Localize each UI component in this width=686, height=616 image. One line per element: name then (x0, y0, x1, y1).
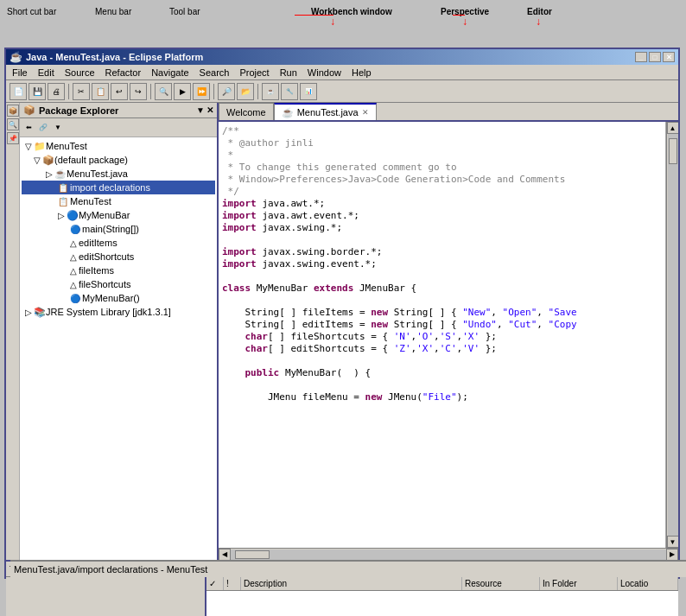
undo-button[interactable]: ↩ (111, 83, 128, 100)
scroll-right[interactable]: ▶ (666, 549, 678, 561)
debug-button[interactable]: 🔍 (155, 83, 172, 100)
tree-item-jre[interactable]: ▷ 📚 JRE System Library [jdk1.3.1] (22, 305, 215, 319)
scroll-down[interactable]: ▼ (667, 536, 679, 548)
perspective-btn-2[interactable]: 🔧 (281, 83, 298, 100)
collapse-all-btn[interactable]: ⬅ (22, 121, 35, 135)
horizontal-scrollbar[interactable]: ◀ ▶ (219, 548, 678, 560)
project-icon: 📁 (34, 141, 46, 152)
tree-item-default-package[interactable]: ▽ 📦 (default package) (22, 153, 215, 167)
main-label: main(String[]) (82, 224, 139, 234)
tab-welcome[interactable]: Welcome (219, 103, 274, 120)
code-editor[interactable]: /** * @author jinli * * To change this g… (219, 122, 666, 548)
editor-tab-bar: Welcome ☕ MenuTest.java ✕ (219, 103, 678, 122)
tree-item-mymenubar[interactable]: ▷ 🔵 MyMenuBar (22, 208, 215, 222)
shortcut-icon-2[interactable]: 🔍 (7, 118, 19, 130)
search-button[interactable]: 🔎 (218, 83, 235, 100)
perspective-btn-1[interactable]: ☕ (262, 83, 279, 100)
tab-close-btn[interactable]: ✕ (362, 108, 369, 117)
copy-button[interactable]: 📋 (92, 83, 109, 100)
menu-edit[interactable]: Edit (34, 67, 59, 79)
bottom-content: ✓ ! Description Resource In Folder Locat… (6, 577, 678, 616)
cut-button[interactable]: ✂ (73, 83, 90, 100)
tree-item-menutest-java[interactable]: ▷ ☕ MenuTest.java (22, 167, 215, 181)
toolbar-sep-4 (257, 84, 258, 99)
tree-item-main[interactable]: 🔵 main(String[]) (22, 222, 215, 236)
maximize-button[interactable]: □ (649, 52, 661, 62)
redo-button[interactable]: ↪ (130, 83, 147, 100)
title-bar: ☕ Java - MenuTest.java - Eclipse Platfor… (6, 49, 678, 65)
minimize-button[interactable]: _ (635, 52, 647, 62)
editor-panel: Welcome ☕ MenuTest.java ✕ /** * @author … (219, 103, 678, 560)
import-label: import declarations (70, 182, 150, 193)
editshortcuts-label: editShortcuts (79, 251, 134, 262)
fileshortcuts-label: fileShortcuts (79, 279, 131, 289)
scroll-thumb-v[interactable] (669, 138, 677, 164)
save-button[interactable]: 💾 (29, 83, 46, 100)
package-explorer-header: 📦 Package Explorer ▼ ✕ (20, 103, 217, 118)
menu-help[interactable]: Help (347, 67, 376, 79)
new-button[interactable]: 📄 (10, 83, 27, 100)
editor-arrow: ↓ (536, 16, 541, 28)
shortcut-bar-label: Short cut bar (7, 7, 56, 16)
close-button[interactable]: ✕ (663, 52, 675, 62)
perspective-btn-3[interactable]: 📊 (300, 83, 317, 100)
tree-item-menutestproject[interactable]: ▽ 📁 MenuTest (22, 139, 215, 153)
shortcut-icon-3[interactable]: 📌 (7, 132, 19, 144)
tab-menutest-java[interactable]: ☕ MenuTest.java ✕ (274, 103, 377, 120)
status-text: MenuTest.java/import declarations - Menu… (14, 564, 207, 575)
link-with-editor-btn[interactable]: 🔗 (36, 121, 50, 135)
mymenubar-icon: 🔵 (67, 210, 79, 221)
explorer-toolbar: ⬅ 🔗 ▼ (20, 118, 217, 137)
fileitems-label: fileItems (79, 265, 114, 276)
mymenubar-label: MyMenuBar (79, 210, 130, 220)
eclipse-window: ☕ Java - MenuTest.java - Eclipse Platfor… (4, 48, 680, 579)
menu-navigate[interactable]: Navigate (147, 67, 193, 79)
menu-bar-label: Menu bar (95, 7, 131, 16)
step-over-button[interactable]: ⏩ (193, 83, 210, 100)
tree-view: ▽ 📁 MenuTest ▽ 📦 (default package) ▷ ☕ M… (20, 137, 217, 560)
menu-refactor[interactable]: Refactor (101, 67, 146, 79)
col-resource: Resource (462, 577, 540, 590)
scroll-up[interactable]: ▲ (667, 122, 679, 134)
menu-search[interactable]: Search (195, 67, 234, 79)
project-label: MenuTest (46, 141, 87, 151)
fileshortcuts-icon: △ (70, 280, 77, 289)
java-file-label: MenuTest.java (67, 168, 128, 179)
menu-source[interactable]: Source (60, 67, 99, 79)
tree-item-edititems[interactable]: △ editItems (22, 236, 215, 250)
tree-item-fileshortcuts[interactable]: △ fileShortcuts (22, 277, 215, 291)
jre-expand: ▷ (25, 308, 32, 317)
jre-label: JRE System Library [jdk1.3.1] (46, 307, 171, 317)
vertical-scrollbar[interactable]: ▲ ▼ (666, 122, 678, 548)
print-button[interactable]: 🖨 (48, 83, 65, 100)
shortcut-bar: 📦 🔍 📌 (6, 103, 20, 560)
workbench-arrow: ↓ (330, 16, 335, 28)
panel-minimize[interactable]: ▼ (196, 105, 205, 115)
constructor-icon: 🔵 (70, 294, 80, 303)
tree-item-mymenubar-constructor[interactable]: 🔵 MyMenuBar() (22, 291, 215, 305)
scroll-thumb-h[interactable] (235, 550, 270, 559)
scroll-left[interactable]: ◀ (219, 549, 231, 561)
menu-run[interactable]: Run (276, 67, 302, 79)
main-area: 📦 🔍 📌 📦 Package Explorer ▼ ✕ ⬅ 🔗 ▼ (6, 103, 678, 560)
package-expand-icon: ▽ (34, 156, 41, 165)
package-explorer-title: Package Explorer (39, 105, 118, 116)
menu-project[interactable]: Project (235, 67, 273, 79)
open-type-button[interactable]: 📂 (237, 83, 254, 100)
explorer-menu-btn[interactable]: ▼ (51, 121, 65, 135)
run-button[interactable]: ▶ (174, 83, 191, 100)
class-icon: 📋 (58, 197, 68, 206)
scroll-track-h (231, 549, 666, 560)
tree-item-fileitems[interactable]: △ fileItems (22, 264, 215, 277)
package-explorer-icon: 📦 (23, 105, 35, 116)
scroll-track-v (668, 134, 678, 536)
tree-item-editshortcuts[interactable]: △ editShortcuts (22, 250, 215, 264)
jre-icon: 📚 (34, 307, 46, 318)
menu-window[interactable]: Window (303, 67, 346, 79)
tree-item-import-declarations[interactable]: 📋 import declarations (22, 181, 215, 194)
bottom-left-spacer (6, 577, 206, 616)
panel-close-btn[interactable]: ✕ (206, 105, 213, 115)
menu-file[interactable]: File (8, 67, 32, 79)
shortcut-icon-1[interactable]: 📦 (7, 105, 19, 117)
tree-item-menutest-class[interactable]: 📋 MenuTest (22, 194, 215, 208)
